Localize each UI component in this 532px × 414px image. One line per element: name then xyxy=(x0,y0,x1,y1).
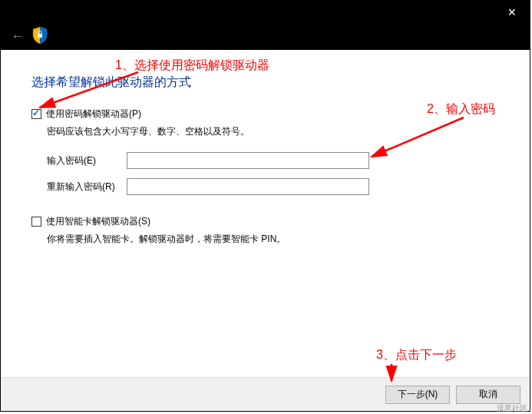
back-arrow-icon: ← xyxy=(11,28,25,45)
watermark: 流星社区 xyxy=(497,403,527,414)
close-button[interactable]: ✕ xyxy=(494,1,530,24)
navbar: ← xyxy=(1,24,530,50)
dialog-footer: 下一步(N) 取消 xyxy=(1,377,530,411)
page-title: 选择希望解锁此驱动器的方式 xyxy=(31,75,499,91)
close-icon: ✕ xyxy=(507,6,517,18)
checkbox-use-smartcard[interactable] xyxy=(31,217,41,227)
option-smartcard-label: 使用智能卡解锁驱动器(S) xyxy=(46,215,150,228)
option-password-row: 使用密码解锁驱动器(P) xyxy=(31,108,499,121)
content-area: 选择希望解锁此驱动器的方式 使用密码解锁驱动器(P) 密码应该包含大小写字母、数… xyxy=(1,50,530,377)
enter-password-row: 输入密码(E) xyxy=(47,152,499,169)
dialog-window: ✕ ← 选择希望解锁此驱动器的方式 使用密码解锁驱动器(P) 密码应该包含大小写… xyxy=(0,0,530,412)
reenter-password-label: 重新输入密码(R) xyxy=(47,181,127,194)
reenter-password-row: 重新输入密码(R) xyxy=(47,178,499,195)
smartcard-description: 你将需要插入智能卡。解锁驱动器时，将需要智能卡 PIN。 xyxy=(47,233,499,246)
cancel-button[interactable]: 取消 xyxy=(456,386,520,404)
option-smartcard-row: 使用智能卡解锁驱动器(S) xyxy=(31,215,499,228)
password-description: 密码应该包含大小写字母、数字、空格以及符号。 xyxy=(47,125,499,138)
reenter-password-input[interactable] xyxy=(127,178,369,195)
enter-password-input[interactable] xyxy=(127,152,369,169)
option-password-label: 使用密码解锁驱动器(P) xyxy=(46,108,141,121)
back-button[interactable]: ← xyxy=(7,27,28,45)
bitlocker-shield-icon xyxy=(30,25,50,45)
enter-password-label: 输入密码(E) xyxy=(47,154,127,167)
titlebar: ✕ xyxy=(1,1,530,24)
checkbox-use-password[interactable] xyxy=(31,109,41,119)
svg-rect-0 xyxy=(38,34,42,38)
next-button[interactable]: 下一步(N) xyxy=(385,386,450,404)
